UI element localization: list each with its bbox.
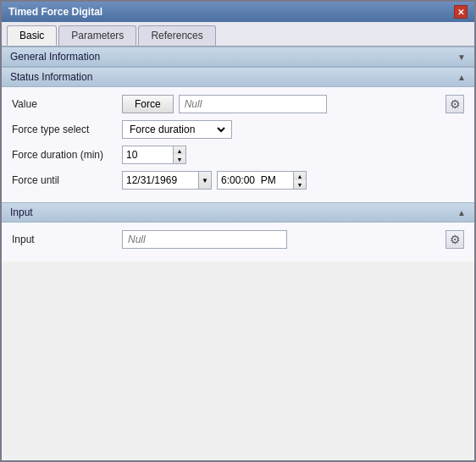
window-title: Timed Force Digital (8, 6, 102, 18)
status-information-arrow: ▲ (457, 73, 466, 82)
force-until-date-field[interactable] (122, 171, 198, 190)
main-window: Timed Force Digital ✕ Basic Parameters R… (0, 0, 476, 462)
title-bar: Timed Force Digital ✕ (2, 2, 474, 22)
force-duration-spinner-buttons: ▲ ▼ (173, 146, 186, 164)
tab-references[interactable]: References (138, 25, 215, 46)
value-controls: Force ⚙ (122, 95, 464, 113)
force-type-row: Force type select Force duration Force u… (12, 119, 464, 140)
force-type-label: Force type select (12, 124, 122, 135)
status-information-content: Value Force ⚙ Force type select Force du… (2, 87, 474, 202)
force-until-date-dropdown-button[interactable]: ▼ (198, 171, 212, 190)
force-duration-label: Force duration (min) (12, 149, 122, 161)
input-gear-icon[interactable]: ⚙ (446, 230, 464, 249)
force-type-select[interactable]: Force duration Force until (126, 123, 228, 136)
force-duration-input[interactable] (122, 146, 173, 164)
input-header[interactable]: Input ▲ (2, 202, 474, 223)
value-null-input[interactable] (179, 95, 327, 113)
force-until-date-input: ▼ (122, 171, 212, 190)
force-duration-row: Force duration (min) ▲ ▼ (12, 145, 464, 165)
tab-content: General Information ▼ Status Information… (2, 47, 474, 460)
force-duration-spinner: ▲ ▼ (122, 146, 186, 164)
value-gear-icon[interactable]: ⚙ (446, 95, 464, 113)
force-until-time-up-button[interactable]: ▲ (294, 172, 306, 180)
input-row: Input ⚙ (12, 229, 464, 250)
input-title: Input (10, 206, 33, 218)
value-label: Value (12, 98, 122, 110)
status-information-header[interactable]: Status Information ▲ (2, 67, 474, 87)
value-row: Value Force ⚙ (12, 94, 464, 114)
force-until-row: Force until ▼ ▲ ▼ (12, 170, 464, 190)
force-duration-down-button[interactable]: ▼ (174, 155, 185, 163)
force-until-time-field[interactable] (217, 171, 293, 190)
close-button[interactable]: ✕ (454, 5, 468, 19)
tab-parameters[interactable]: Parameters (58, 25, 136, 46)
force-until-label: Force until (12, 174, 122, 186)
tab-basic[interactable]: Basic (7, 25, 57, 46)
input-arrow: ▲ (457, 208, 466, 217)
input-controls: ⚙ (122, 230, 464, 249)
general-information-header[interactable]: General Information ▼ (2, 47, 474, 67)
force-duration-up-button[interactable]: ▲ (174, 146, 185, 155)
force-button[interactable]: Force (122, 95, 174, 113)
general-information-arrow: ▼ (457, 52, 466, 62)
force-type-select-combo[interactable]: Force duration Force until (122, 120, 232, 139)
general-information-title: General Information (10, 51, 100, 63)
force-until-time-spinner-buttons: ▲ ▼ (293, 171, 307, 190)
input-content: Input ⚙ (2, 223, 474, 261)
input-null-input[interactable] (122, 230, 287, 249)
status-information-title: Status Information (10, 71, 92, 83)
tab-bar: Basic Parameters References (2, 22, 474, 47)
force-until-time-down-button[interactable]: ▼ (294, 180, 306, 189)
force-until-time-input: ▲ ▼ (217, 171, 307, 190)
input-label: Input (12, 234, 122, 245)
